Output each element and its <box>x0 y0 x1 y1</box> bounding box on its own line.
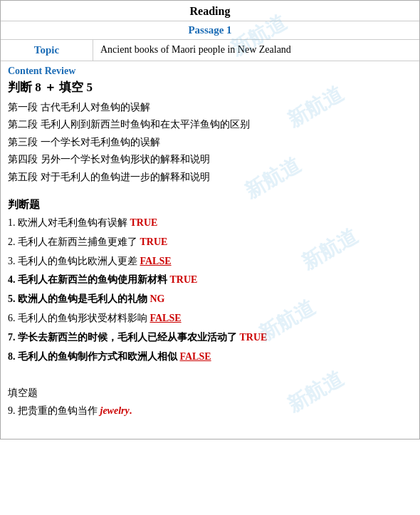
paragraph-4: 第四段 另外一个学长对鱼钩形状的解释和说明 <box>8 152 412 167</box>
q4-text: 毛利人在新西兰的鱼钩使用新材料 <box>18 274 170 285</box>
q2-num: 2. <box>8 236 16 247</box>
q7-text: 学长去新西兰的时候，毛利人已经从事农业活动了 <box>18 332 240 343</box>
q7-num: 7. <box>8 332 16 343</box>
paragraph-5: 第五段 对于毛利人的鱼钩进一步的解释和说明 <box>8 170 412 185</box>
q2: 2. 毛利人在新西兰捕鱼更难了 TRUE <box>8 234 412 251</box>
main-title: Reading <box>1 1 419 21</box>
content-review-label: Content Review <box>8 66 412 77</box>
topic-row: Topic Ancient books of Maori people in N… <box>1 40 419 61</box>
fill-q9: 9. 把贵重的鱼钩当作 jewelry. <box>8 402 412 420</box>
passage-header: Passage 1 <box>1 21 419 40</box>
paragraph-2: 第二段 毛利人刚到新西兰时鱼钩和在太平洋鱼钩的区别 <box>8 117 412 132</box>
q5: 5. 欧洲人的鱼钩是毛利人的礼物 NG <box>8 291 412 308</box>
q6: 6. 毛利人的鱼钩形状受材料影响 FALSE <box>8 310 412 327</box>
judge-section-title: 判断题 <box>8 198 412 212</box>
q2-answer: TRUE <box>140 236 168 247</box>
q7: 7. 学长去新西兰的时候，毛利人已经从事农业活动了 TRUE <box>8 329 412 346</box>
fill-section-title: 填空题 <box>8 387 412 400</box>
q5-num: 5. <box>8 293 16 304</box>
q8-answer: FALSE <box>180 351 211 362</box>
fill-q9-text: 把贵重的鱼钩当作 <box>18 405 100 416</box>
fill-q9-punct: . <box>130 405 132 416</box>
paragraph-1: 第一段 古代毛利人对鱼钩的误解 <box>8 100 412 115</box>
q4-answer: TRUE <box>170 274 198 285</box>
q1: 1. 欧洲人对毛利鱼钩有误解 TRUE <box>8 214 412 232</box>
q8-text: 毛利人的鱼钩制作方式和欧洲人相似 <box>18 351 180 362</box>
q1-answer: TRUE <box>130 217 158 228</box>
paragraph-3: 第三段 一个学长对毛利鱼钩的误解 <box>8 135 412 150</box>
main-title-text: Reading <box>190 5 231 17</box>
q3: 3. 毛利人的鱼钩比欧洲人更差 FALSE <box>8 253 412 270</box>
q3-answer: FALSE <box>140 256 172 266</box>
page-container: 新航道 新航道 新航道 新航道 新航道 新航道 新航道 Reading Pass… <box>0 0 420 439</box>
q1-text: 欧洲人对毛利鱼钩有误解 <box>18 217 130 228</box>
q4-num: 4. <box>8 274 16 285</box>
topic-value: Ancient books of Maori people in New Zea… <box>93 40 419 61</box>
q4: 4. 毛利人在新西兰的鱼钩使用新材料 TRUE <box>8 271 412 288</box>
q6-text: 毛利人的鱼钩形状受材料影响 <box>18 313 150 323</box>
q3-num: 3. <box>8 256 16 266</box>
q5-answer: NG <box>150 293 165 304</box>
q6-answer: FALSE <box>150 313 182 323</box>
q6-num: 6. <box>8 313 16 323</box>
q7-answer: TRUE <box>240 332 268 343</box>
fill-section: 填空题 9. 把贵重的鱼钩当作 jewelry. <box>8 387 412 420</box>
judge-fill-line: 判断 8 ＋ 填空 5 <box>8 79 412 95</box>
q3-text: 毛利人的鱼钩比欧洲人更差 <box>18 256 140 266</box>
fill-q9-answer: jewelry <box>100 405 130 416</box>
content-section: Content Review 判断 8 ＋ 填空 5 第一段 古代毛利人对鱼钩的… <box>1 61 419 439</box>
q2-text: 毛利人在新西兰捕鱼更难了 <box>18 236 140 247</box>
q8: 8. 毛利人的鱼钩制作方式和欧洲人相似 FALSE <box>8 348 412 365</box>
topic-label: Topic <box>1 40 93 61</box>
q1-num: 1. <box>8 217 16 228</box>
fill-q9-num: 9. <box>8 405 16 416</box>
passage-label: Passage 1 <box>188 24 231 36</box>
q8-num: 8. <box>8 351 16 362</box>
q5-text: 欧洲人的鱼钩是毛利人的礼物 <box>18 293 150 304</box>
